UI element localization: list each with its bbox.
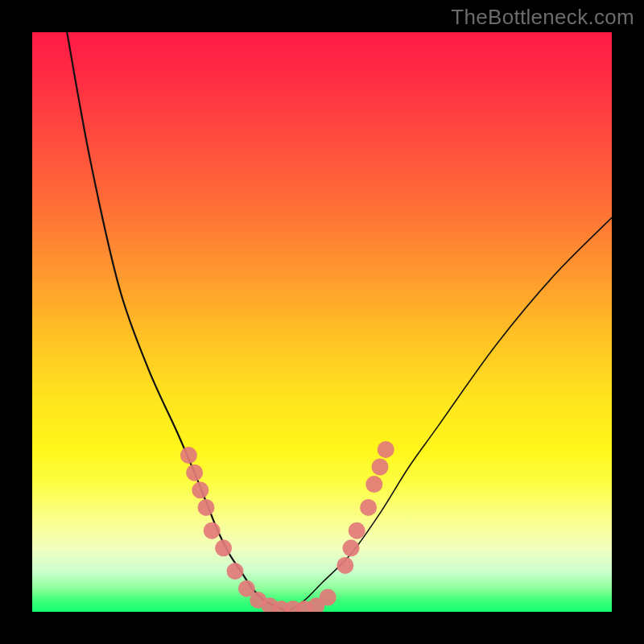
data-point [198, 499, 215, 516]
watermark-text: TheBottleneck.com [451, 5, 634, 30]
data-point [372, 459, 389, 476]
data-point [360, 499, 377, 516]
data-point [320, 589, 336, 606]
curve-layer [32, 32, 612, 612]
data-point [180, 447, 197, 464]
data-point [192, 481, 208, 498]
curve-right-curve [287, 217, 612, 612]
data-point [365, 476, 382, 493]
data-point [204, 522, 221, 539]
data-point [186, 464, 203, 481]
chart-frame: TheBottleneck.com [0, 0, 644, 644]
curves-group [67, 32, 612, 612]
data-point [349, 522, 365, 539]
dots-group [180, 441, 394, 612]
data-point [343, 539, 360, 556]
data-point [227, 563, 244, 580]
data-point [378, 441, 394, 458]
plot-area [32, 32, 612, 612]
curve-left-curve [67, 32, 287, 612]
data-point [336, 557, 353, 574]
data-point [215, 539, 232, 556]
